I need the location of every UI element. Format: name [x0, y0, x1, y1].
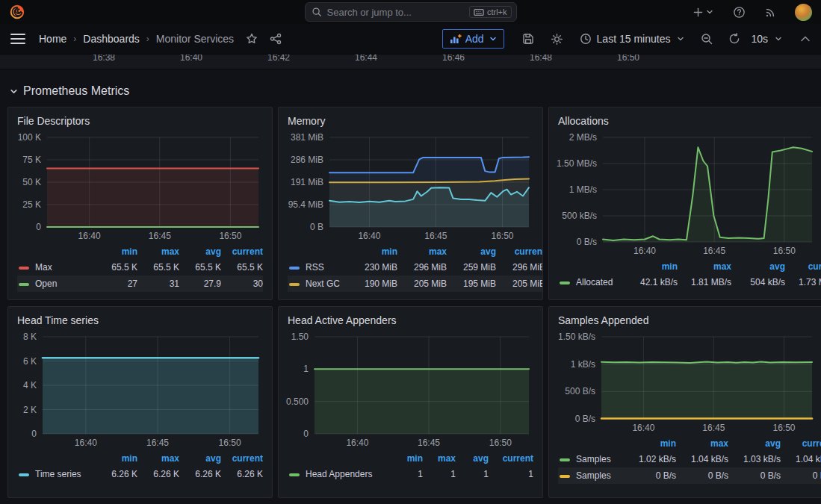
user-avatar[interactable] [795, 4, 812, 21]
legend-col-avg[interactable]: avg [179, 452, 221, 466]
rss-icon [765, 6, 777, 18]
legend-value: 30 [221, 276, 263, 292]
legend-value: 1 [456, 466, 489, 482]
row-prometheus-metrics[interactable]: Prometheus Metrics [0, 69, 821, 107]
panel-head-time-series: Head Time series 02 K4 K6 K8 K16:4016:45… [7, 306, 273, 498]
legend-series-label[interactable]: Samples [558, 467, 624, 484]
legend-col-max[interactable]: max [676, 437, 728, 451]
legend-row: Time series6.26 K6.26 K6.26 K6.26 K [17, 466, 263, 482]
legend-col-max[interactable]: max [137, 245, 179, 259]
dashboard-toolbar: Home › Dashboards › Monitor Services Add [0, 24, 821, 55]
news-button[interactable] [765, 6, 777, 18]
legend-col-avg[interactable]: avg [731, 260, 785, 274]
save-dashboard-button[interactable] [522, 33, 534, 45]
legend-value: 1 [393, 466, 423, 482]
menu-icon[interactable] [10, 33, 25, 45]
help-button[interactable] [733, 6, 746, 19]
legend-col-min[interactable]: min [348, 245, 397, 259]
star-icon [246, 33, 258, 45]
time-range-picker[interactable]: Last 15 minutes [580, 33, 685, 45]
share-button[interactable] [270, 33, 282, 45]
legend-value: 296 MiB [397, 259, 447, 276]
legend-col-current[interactable]: current [221, 245, 263, 259]
legend-value: 65.5 K [96, 259, 137, 276]
legend-row: Open273127.930 [17, 276, 263, 292]
legend-series-label[interactable]: Head Appenders [288, 466, 393, 482]
time-tick-label: 16:46 [442, 55, 465, 63]
series-color-swatch [289, 267, 300, 270]
legend-col-current[interactable]: current [781, 437, 821, 451]
svg-text:16:50: 16:50 [219, 231, 241, 241]
panel-title[interactable]: Samples Appended [549, 307, 821, 328]
new-menu-button[interactable] [693, 7, 713, 18]
time-series-chart[interactable]: 00.50011.5016:4016:4516:50 [283, 331, 536, 450]
svg-text:0: 0 [303, 429, 309, 439]
time-series-chart[interactable]: 0 B/s500 B/s1 kB/s1.50 kB/s16:4016:4516:… [554, 331, 820, 435]
legend-table: minmaxavgcurrentTime series6.26 K6.26 K6… [8, 450, 272, 482]
breadcrumb: Home › Dashboards › Monitor Services [39, 33, 234, 45]
legend-col-max[interactable]: max [137, 452, 179, 466]
legend-table: minmaxavgcurrentHead Appenders1111 [279, 450, 542, 482]
refresh-icon [728, 33, 740, 45]
time-series-chart[interactable]: 0 B/s500 kB/s1 MB/s1.50 MB/s2 MB/s16:401… [554, 131, 820, 258]
legend-col-min[interactable]: min [393, 452, 423, 466]
panel-title[interactable]: Memory [279, 108, 542, 128]
refresh-interval-picker[interactable]: 10s [751, 33, 782, 45]
add-panel-button[interactable]: Add [442, 29, 504, 49]
legend-col-current[interactable]: current [785, 260, 821, 274]
legend-col-current[interactable]: current [221, 452, 263, 466]
legend-series-label[interactable]: Samples [558, 451, 624, 467]
search-input[interactable]: Search or jump to... ctrl+k [305, 2, 517, 22]
legend-col-max[interactable]: max [678, 260, 731, 274]
legend-col-current[interactable]: current [496, 245, 542, 259]
time-series-chart[interactable]: 0 B95.4 MiB191 MiB286 MiB381 MiB16:4016:… [283, 131, 536, 243]
legend-col-avg[interactable]: avg [728, 437, 781, 451]
legend-value: 65.5 K [221, 259, 263, 276]
chevron-down-icon [775, 35, 782, 43]
legend-series-label[interactable]: Open [17, 276, 96, 292]
svg-text:6 K: 6 K [23, 356, 37, 367]
collapse-toolbar-button[interactable] [800, 35, 811, 43]
legend-series-label[interactable]: Max [17, 259, 96, 276]
legend-col-min[interactable]: min [624, 260, 678, 274]
legend-series-label[interactable]: Time series [17, 466, 96, 482]
breadcrumb-home[interactable]: Home [39, 33, 66, 45]
svg-text:75 K: 75 K [22, 155, 41, 165]
legend-value: 296 MiB [496, 259, 542, 276]
svg-text:0.500: 0.500 [286, 396, 309, 407]
breadcrumb-dashboards[interactable]: Dashboards [83, 33, 140, 45]
legend-row: Head Appenders1111 [288, 466, 533, 482]
legend-col-min[interactable]: min [96, 452, 137, 466]
legend-table: minmaxavgcurrentAllocated42.1 kB/s1.81 M… [549, 258, 821, 290]
panel-title[interactable]: Head Time series [8, 307, 272, 328]
refresh-button[interactable] [728, 33, 740, 45]
svg-text:16:50: 16:50 [772, 423, 795, 433]
svg-text:286 MiB: 286 MiB [291, 155, 323, 165]
legend-col-current[interactable]: current [489, 452, 533, 466]
legend-col-avg[interactable]: avg [456, 452, 489, 466]
favorite-button[interactable] [246, 33, 258, 45]
dashboard-settings-button[interactable] [551, 33, 563, 46]
time-series-chart[interactable]: 025 K50 K75 K100 K16:4016:4516:50 [13, 131, 266, 243]
legend-col-max[interactable]: max [423, 452, 456, 466]
legend-col-max[interactable]: max [397, 245, 447, 259]
legend-series-label[interactable]: Allocated [558, 274, 624, 290]
grafana-logo-icon[interactable] [9, 4, 25, 20]
panel-title[interactable]: Head Active Appenders [279, 307, 542, 328]
legend-col-min[interactable]: min [624, 437, 676, 451]
series-color-swatch [560, 458, 570, 461]
panel-title[interactable]: Allocations [549, 108, 821, 128]
breadcrumb-current[interactable]: Monitor Services [156, 33, 234, 45]
legend-col-avg[interactable]: avg [179, 245, 221, 259]
chevron-down-icon [706, 8, 713, 16]
svg-text:16:45: 16:45 [702, 423, 725, 433]
series-color-swatch [19, 267, 29, 270]
time-series-chart[interactable]: 02 K4 K6 K8 K16:4016:4516:50 [13, 331, 266, 450]
zoom-out-time-button[interactable] [701, 33, 713, 46]
legend-series-label[interactable]: Next GC [288, 276, 348, 292]
legend-col-avg[interactable]: avg [447, 245, 496, 259]
panel-title[interactable]: File Descriptors [8, 108, 272, 128]
legend-series-label[interactable]: RSS [288, 259, 348, 276]
legend-col-min[interactable]: min [96, 245, 137, 259]
chevron-up-icon [800, 35, 811, 43]
